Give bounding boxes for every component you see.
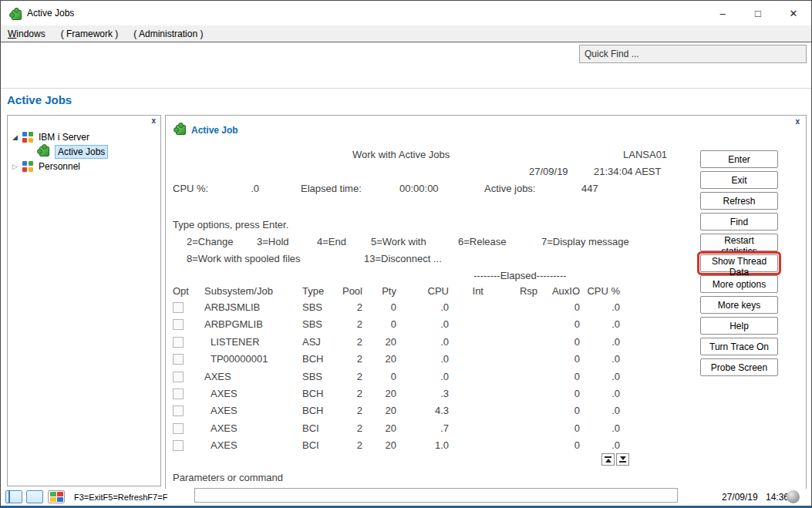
cell-pool: 2 [324,388,362,399]
screen-view-icon[interactable] [5,490,22,503]
toolbar [1,43,811,89]
opt-checkbox[interactable] [173,389,184,399]
cell-subsystem: ARBJSMLIB [204,301,260,313]
menu-item-windows[interactable]: Windows [8,29,45,39]
sidebar-item-active-jobs[interactable]: Active Jobs [8,144,108,159]
table-row: AXESSBS20.00.0 [173,371,635,386]
minimize-button[interactable]: – [705,1,740,25]
more-options-button[interactable]: More options [700,275,778,293]
cell-auxio: 0 [537,318,580,330]
menu-item-administration[interactable]: ( Administration ) [133,29,203,39]
more-keys-button[interactable]: More keys [700,296,778,314]
panel-close-icon[interactable]: x [795,117,800,126]
header-auxio: AuxIO [537,285,580,297]
cell-subsystem: LISTENER [211,336,260,348]
active-job-panel: x Active Job Work with Active Jobs LANSA… [165,115,807,492]
cell-pty: 0 [362,318,396,330]
cell-cpu: .0 [396,318,449,330]
apps-icon[interactable] [48,490,65,503]
cell-type: BCI [302,439,319,451]
pinwheel-icon [22,132,33,143]
option-5: 5=Work with [371,236,426,247]
command-input[interactable] [194,488,678,503]
yellow-square [50,497,56,502]
status-time: 14:36 [766,492,789,503]
keyboard-icon[interactable] [26,490,43,503]
turn-trace-on-button[interactable]: Turn Trace On [700,338,778,355]
caret-collapsed-icon[interactable]: ▷ [11,163,19,170]
maximize-button[interactable]: □ [740,1,776,25]
refresh-button[interactable]: Refresh [700,192,778,210]
header-opt: Opt [173,285,189,297]
caret-expanded-icon[interactable]: ◢ [11,133,19,141]
opt-checkbox[interactable] [173,319,184,330]
restart-statistics-button[interactable]: Restart statistics [700,234,778,251]
cell-auxio: 0 [537,371,580,382]
cell-cpu: 1.0 [396,439,449,451]
header-int: Int [449,285,483,297]
cell-type: BCH [302,388,323,399]
opt-checkbox[interactable] [173,440,184,451]
cell-pty: 20 [362,336,396,348]
cpu-label: CPU %: [173,183,208,194]
cell-cpu-pct: .0 [580,371,620,382]
opt-checkbox[interactable] [173,354,184,365]
screen-time: 21:34:04 AEST [594,166,661,177]
cell-pty: 20 [362,439,396,451]
red-square [57,492,63,496]
cell-cpu: .7 [396,422,449,434]
cell-pty: 20 [362,353,396,365]
opt-checkbox[interactable] [173,372,184,382]
option-4: 4=End [317,236,346,247]
green-square [50,492,56,496]
opt-checkbox[interactable] [173,405,184,416]
cell-cpu: .0 [396,336,449,348]
tree-item-label: IBM i Server [36,131,92,143]
enter-button[interactable]: Enter [700,150,778,168]
header-subsystem: Subsystem/Job [204,285,273,297]
quick-find-input[interactable] [579,45,807,63]
cell-auxio: 0 [537,405,580,416]
cell-auxio: 0 [537,422,580,434]
cell-cpu-pct: .0 [580,353,620,365]
cell-cpu-pct: .0 [580,422,620,434]
cell-cpu-pct: .0 [580,336,620,348]
cell-auxio: 0 [537,336,580,348]
cell-pool: 2 [324,318,362,330]
option-7: 7=Display message [541,236,629,247]
cell-pty: 20 [362,388,396,399]
show-thread-data-button[interactable]: Show Thread Data [700,254,778,272]
table-row: AXESBCH2204.30.0 [173,405,635,420]
scroll-to-bottom-button[interactable] [616,453,629,466]
cell-pool: 2 [324,371,362,382]
header-cpu-pct: CPU % [580,285,620,297]
system-name: LANSA01 [623,149,667,160]
cell-type: SBS [302,318,322,330]
menu-item-framework[interactable]: ( Framework ) [61,29,119,39]
cell-subsystem: AXES [211,405,238,416]
active-job-icon [176,125,186,135]
probe-screen-button[interactable]: Probe Screen [700,358,778,376]
opt-checkbox[interactable] [173,337,184,348]
opt-checkbox[interactable] [173,302,184,313]
cell-cpu-pct: .0 [580,405,620,416]
page-title: Active Jobs [7,93,72,106]
scroll-to-top-button[interactable] [601,453,615,466]
cell-subsystem: TP00000001 [211,353,268,365]
sidebar-item-ibm-i-server[interactable]: ◢IBM i Server [8,130,92,144]
sidebar-item-personnel[interactable]: ▷Personnel [8,159,83,173]
find-button[interactable]: Find [700,213,778,230]
header-cpu: CPU [396,285,449,297]
blue-square [57,497,63,502]
close-button[interactable]: ✕ [776,1,811,25]
opt-checkbox[interactable] [173,423,184,434]
puzzle-icon [39,146,49,156]
exit-button[interactable]: Exit [700,171,778,189]
cell-type: BCH [302,405,323,416]
app-icon [12,10,22,20]
table-row: AXESBCI220.70.0 [173,422,635,438]
cell-cpu-pct: .0 [580,388,620,399]
help-button[interactable]: Help [700,317,778,335]
table-row: ARBPGMLIBSBS20.00.0 [173,318,635,334]
tree-close-icon[interactable]: x [151,116,156,125]
